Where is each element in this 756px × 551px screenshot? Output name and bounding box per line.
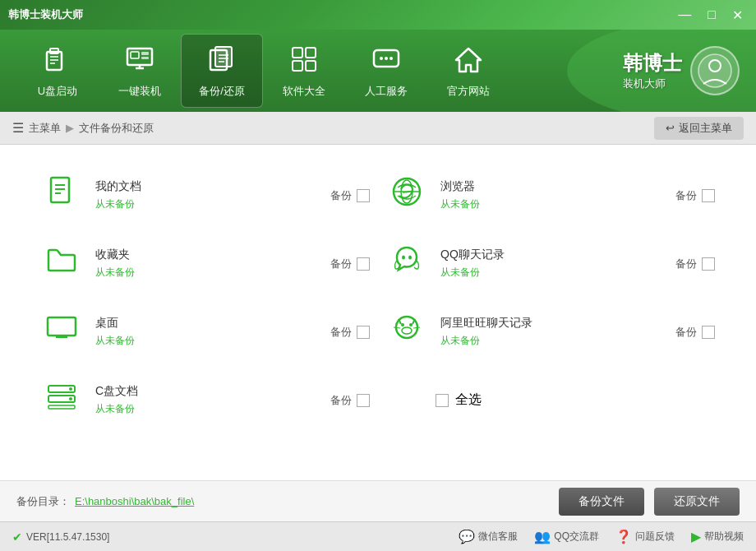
back-icon: ↩ [666, 122, 675, 134]
item-backup-ctrl-c-docs: 备份 [330, 393, 370, 408]
window-controls: — □ ✕ [673, 6, 748, 25]
svg-point-41 [402, 327, 412, 334]
item-status-c-docs: 从未备份 [95, 402, 317, 416]
feedback-link[interactable]: ❓ 问题反馈 [615, 529, 675, 544]
minimize-button[interactable]: — [673, 6, 696, 24]
backup-label-favorites: 备份 [330, 257, 352, 271]
item-info-qq: QQ聊天记录 从未备份 [440, 248, 662, 280]
nav-label-usb: U盘启动 [38, 84, 77, 99]
backup-label-qq: 备份 [675, 257, 697, 271]
qq-icon [386, 243, 427, 285]
svg-rect-0 [47, 52, 62, 70]
item-backup-ctrl-qq: 备份 [675, 257, 715, 271]
nav-item-software[interactable]: 软件大全 [263, 34, 345, 108]
breadcrumb-icon: ☰ [12, 120, 24, 136]
item-backup-ctrl-aliwangwang: 备份 [675, 325, 715, 340]
nav-label-onekey: 一键装机 [118, 84, 161, 99]
help-label: 帮助视频 [704, 530, 744, 544]
checkbox-browser[interactable] [702, 189, 715, 202]
item-name-c-docs: C盘文档 [95, 384, 317, 399]
list-item-browser: 浏览器 从未备份 备份 [378, 161, 723, 229]
item-name-qq: QQ聊天记录 [440, 248, 662, 262]
breadcrumb-current: 文件备份和还原 [79, 121, 154, 136]
svg-point-48 [69, 387, 72, 391]
maximize-button[interactable]: □ [703, 6, 721, 24]
select-all-area: 全选 [378, 366, 723, 434]
select-all-control: 全选 [436, 391, 482, 409]
checkbox-my-docs[interactable] [357, 189, 370, 202]
item-status-qq: 从未备份 [440, 266, 662, 280]
item-backup-ctrl-favorites: 备份 [330, 257, 370, 271]
checkbox-select-all[interactable] [436, 394, 449, 407]
list-item-my-docs: 我的文档 从未备份 备份 [33, 161, 378, 229]
logo-icon [690, 46, 740, 95]
checkbox-aliwangwang[interactable] [702, 326, 715, 339]
nav-item-backup[interactable]: 备份/还原 [181, 34, 263, 108]
item-name-aliwangwang: 阿里旺旺聊天记录 [440, 316, 662, 331]
status-bar: ✔ VER[11.5.47.1530] 💬 微信客服 👥 QQ交流群 ❓ 问题反… [0, 521, 756, 551]
nav-label-website: 官方网站 [447, 84, 490, 99]
nav-item-service[interactable]: 人工服务 [345, 34, 427, 108]
doc-icon [41, 174, 82, 216]
svg-point-23 [390, 57, 393, 60]
action-buttons: 备份文件 还原文件 [559, 488, 740, 516]
item-info-my-docs: 我的文档 从未备份 [95, 179, 317, 211]
item-info-favorites: 收藏夹 从未备份 [95, 248, 317, 280]
usb-icon [42, 44, 73, 79]
backup-label-c-docs: 备份 [330, 393, 352, 408]
item-backup-ctrl-desktop: 备份 [330, 325, 370, 340]
item-status-my-docs: 从未备份 [95, 197, 317, 211]
checkbox-favorites[interactable] [357, 257, 370, 271]
backup-file-button[interactable]: 备份文件 [559, 488, 644, 516]
nav-label-service: 人工服务 [365, 84, 408, 99]
qq-group-icon: 👥 [534, 529, 551, 544]
item-status-desktop: 从未备份 [95, 334, 317, 348]
browser-icon [386, 174, 427, 216]
close-button[interactable]: ✕ [727, 6, 748, 25]
logo-area: 韩博士 装机大师 [623, 46, 740, 95]
svg-point-36 [408, 256, 412, 260]
help-link[interactable]: ▶ 帮助视频 [691, 529, 744, 544]
feedback-icon: ❓ [615, 529, 632, 544]
bottom-bar: 备份目录： E:\hanboshi\bak\bak_file\ 备份文件 还原文… [0, 480, 756, 521]
main-content: 我的文档 从未备份 备份 [0, 145, 756, 480]
nav-item-usb[interactable]: U盘启动 [16, 34, 99, 108]
chat-icon [371, 44, 402, 79]
home-icon [453, 44, 484, 79]
feedback-label: 问题反馈 [635, 530, 675, 544]
backup-icon [206, 44, 237, 79]
svg-point-49 [69, 397, 72, 401]
backup-label-aliwangwang: 备份 [675, 325, 697, 340]
item-name-browser: 浏览器 [440, 179, 662, 194]
list-item-desktop: 桌面 从未备份 备份 [33, 298, 378, 366]
svg-rect-17 [306, 48, 316, 58]
backup-dir-label: 备份目录： [16, 494, 70, 509]
item-name-favorites: 收藏夹 [95, 248, 317, 262]
backup-dir-path[interactable]: E:\hanboshi\bak\bak_file\ [75, 495, 194, 507]
wechat-link[interactable]: 💬 微信客服 [459, 529, 518, 544]
select-all-label: 全选 [455, 391, 482, 409]
back-button[interactable]: ↩ 返回主菜单 [654, 117, 744, 140]
qq-group-link[interactable]: 👥 QQ交流群 [534, 529, 599, 544]
svg-point-21 [380, 57, 383, 60]
qq-group-label: QQ交流群 [554, 530, 599, 544]
check-icon: ✔ [12, 530, 22, 544]
svg-marker-24 [456, 49, 481, 72]
checkbox-desktop[interactable] [357, 326, 370, 339]
nav-item-onekey[interactable]: 一键装机 [99, 34, 181, 108]
checkbox-c-docs[interactable] [357, 394, 370, 407]
status-links: 💬 微信客服 👥 QQ交流群 ❓ 问题反馈 ▶ 帮助视频 [459, 529, 744, 544]
item-status-favorites: 从未备份 [95, 266, 317, 280]
nav-item-website[interactable]: 官方网站 [427, 34, 509, 108]
restore-file-button[interactable]: 还原文件 [654, 488, 740, 516]
breadcrumb-separator: ▶ [66, 122, 74, 134]
nav-label-software: 软件大全 [283, 84, 325, 99]
item-info-desktop: 桌面 从未备份 [95, 316, 317, 348]
checkbox-qq[interactable] [702, 257, 715, 271]
breadcrumb: ☰ 主菜单 ▶ 文件备份和还原 [12, 120, 154, 136]
svg-rect-9 [141, 52, 149, 55]
aliwangwang-icon [386, 311, 427, 353]
apps-icon [288, 44, 320, 79]
svg-rect-50 [48, 405, 75, 409]
backup-dir: 备份目录： E:\hanboshi\bak\bak_file\ [16, 494, 194, 509]
